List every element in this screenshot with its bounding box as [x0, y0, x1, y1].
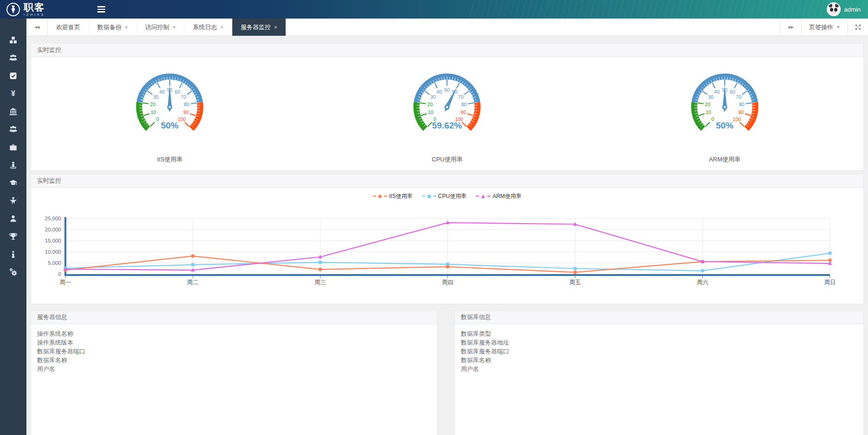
svg-text:10: 10 [706, 109, 711, 115]
gauge-cpu: 010203040506070809010059.62% CPU使用率 [308, 69, 586, 164]
gauge-iis: 010203040506070809010050% IIS使用率 [31, 69, 308, 164]
tabs-scroll-left-icon[interactable]: ◀◀ [26, 19, 48, 36]
tab-server-monitor[interactable]: 服务器监控 × [232, 19, 286, 36]
sidebar-item-3[interactable] [0, 67, 26, 85]
child-icon [9, 197, 17, 205]
svg-text:周四: 周四 [442, 279, 453, 286]
caret-down-icon: ▼ [836, 25, 840, 29]
cpu-usage-gauge: 010203040506070809010059.62% [398, 69, 496, 148]
svg-text:30: 30 [708, 94, 714, 100]
tab-welcome[interactable]: 欢迎首页 [48, 19, 89, 36]
svg-text:40: 40 [437, 89, 442, 95]
database-info-item: 数据库类型 [461, 329, 857, 338]
svg-text:90: 90 [738, 109, 744, 115]
navbar-decorative-curves [469, 0, 868, 19]
panel-title: 服务器信息 [31, 311, 437, 324]
sidebar-item-10[interactable] [0, 192, 26, 210]
legend-item-cpu[interactable]: CPU使用率 [422, 192, 466, 200]
tab-bar: ◀◀ 欢迎首页 数据备份 × 访问控制 × 系统日志 × 服务器监控 × ▶▶ … [26, 19, 868, 36]
tab-system-log[interactable]: 系统日志 × [185, 19, 232, 36]
panel-title: 数据库信息 [455, 311, 863, 324]
left-sidebar: ¥ [0, 19, 26, 435]
svg-text:周六: 周六 [697, 279, 708, 286]
svg-text:80: 80 [739, 102, 745, 107]
brand-subtitle: IZHIKE [24, 13, 45, 16]
triangle-marker-icon [481, 194, 485, 198]
fullscreen-toggle-button[interactable] [848, 19, 868, 36]
sidebar-item-5[interactable] [0, 102, 26, 121]
circle-marker-icon [378, 195, 382, 198]
top-navbar: 职客 IZHIKE admin [0, 0, 868, 19]
hamburger-menu-icon[interactable] [97, 0, 113, 19]
tab-close-icon[interactable]: × [172, 25, 176, 30]
svg-text:50%: 50% [161, 121, 179, 130]
gauge-arm: 010203040506070809010050% ARM使用率 [586, 69, 863, 164]
database-info-item: 数据库名称 [461, 356, 857, 365]
sidebar-item-8[interactable] [0, 156, 26, 174]
user-group-icon [9, 125, 17, 133]
svg-text:30: 30 [431, 94, 436, 100]
server-info-panel: 服务器信息 操作系统名称 操作系统版本 数据库服务器端口 数据库名称 用户名 [31, 310, 437, 435]
gauge-caption: IIS使用率 [157, 155, 183, 164]
server-info-item: 数据库名称 [37, 356, 431, 365]
sidebar-item-2[interactable] [0, 49, 26, 67]
info-icon [9, 250, 17, 258]
tab-access-control[interactable]: 访问控制 × [137, 19, 185, 36]
tab-data-backup[interactable]: 数据备份 × [89, 19, 137, 36]
svg-text:80: 80 [461, 102, 467, 107]
panel-title: 实时监控 [31, 44, 863, 57]
bank-icon [9, 108, 17, 115]
sidebar-item-12[interactable] [0, 228, 26, 246]
sidebar-item-6[interactable] [0, 121, 26, 139]
svg-text:10: 10 [151, 109, 156, 115]
user-group-icon [9, 54, 17, 62]
realtime-gauges-panel: 实时监控 010203040506070809010050% IIS使用率 01… [31, 43, 864, 171]
tab-operations-dropdown[interactable]: 页签操作 ▼ [801, 19, 848, 36]
tab-close-icon[interactable]: × [220, 25, 223, 30]
svg-text:100: 100 [733, 116, 741, 122]
svg-text:60: 60 [175, 89, 180, 95]
legend-item-arm[interactable]: ARM使用率 [476, 192, 522, 200]
svg-text:周三: 周三 [314, 279, 326, 286]
sidebar-item-11[interactable] [0, 210, 26, 228]
sidebar-item-4[interactable]: ¥ [0, 85, 26, 103]
usage-line-chart: 05,00010,00015,00020,00025,000周一周二周三周四周五… [31, 207, 863, 291]
svg-text:59.62%: 59.62% [432, 121, 462, 130]
gauge-caption: CPU使用率 [432, 155, 462, 164]
trophy-icon [9, 232, 17, 240]
user-menu[interactable]: admin [827, 2, 868, 16]
username-label: admin [844, 6, 861, 13]
graduation-cap-icon [9, 179, 17, 187]
server-info-item: 用户名 [37, 365, 431, 373]
svg-text:0: 0 [58, 271, 61, 277]
svg-text:30: 30 [153, 94, 159, 100]
tab-close-icon[interactable]: × [274, 25, 277, 30]
svg-text:0: 0 [156, 116, 159, 122]
cogs-icon [9, 268, 17, 276]
expand-arrows-icon [855, 24, 862, 31]
legend-item-iis[interactable]: IIS使用率 [373, 192, 413, 200]
svg-text:50: 50 [445, 87, 450, 93]
sidebar-item-7[interactable] [0, 138, 26, 156]
check-square-icon [9, 72, 17, 80]
svg-text:20,000: 20,000 [45, 227, 61, 232]
svg-text:50%: 50% [716, 121, 734, 130]
sidebar-item-1[interactable] [0, 31, 26, 49]
main-content: 实时监控 010203040506070809010050% IIS使用率 01… [26, 36, 868, 435]
panel-title: 实时监控 [31, 174, 863, 188]
sidebar-item-9[interactable] [0, 174, 26, 192]
sidebar-item-13[interactable] [0, 245, 26, 263]
svg-text:40: 40 [160, 89, 165, 95]
svg-text:60: 60 [730, 89, 735, 95]
tabs-scroll-right-icon[interactable]: ▶▶ [780, 19, 801, 36]
svg-text:100: 100 [178, 116, 186, 122]
svg-text:周日: 周日 [824, 279, 836, 286]
app-logo[interactable]: 职客 IZHIKE [0, 2, 91, 16]
tab-close-icon[interactable]: × [125, 25, 128, 30]
sidebar-item-14[interactable] [0, 263, 26, 281]
svg-text:10: 10 [428, 109, 434, 115]
database-info-item: 数据库服务器端口 [461, 347, 857, 356]
svg-text:周二: 周二 [187, 279, 198, 286]
svg-text:周一: 周一 [60, 279, 71, 286]
database-info-panel: 数据库信息 数据库类型 数据库服务器地址 数据库服务器端口 数据库名称 用户名 [454, 310, 864, 435]
